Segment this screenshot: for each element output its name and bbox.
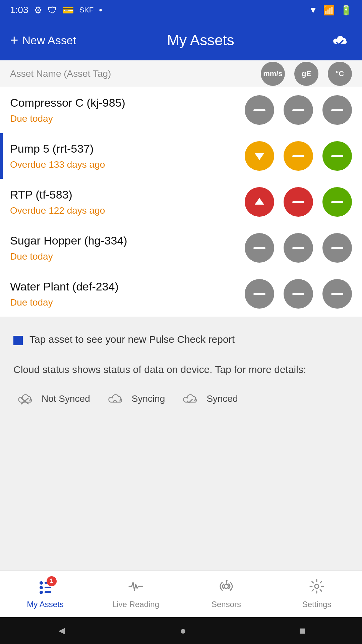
asset-row[interactable]: Compressor C (kj-985)Due today — [0, 87, 362, 133]
indicator-circle — [245, 279, 274, 309]
signal-icon: 📶 — [323, 5, 335, 16]
asset-indicators — [245, 233, 352, 263]
svg-point-19 — [40, 586, 43, 589]
asset-info: Pump 5 (rrt-537)Overdue 133 days ago — [10, 142, 245, 170]
asset-status: Overdue 122 days ago — [10, 205, 245, 216]
cloud-sync-button[interactable] — [325, 30, 352, 50]
status-bar: 1:03 ⚙ 🛡 💳 SKF • ▼ 📶 🔋 — [0, 0, 362, 20]
celsius-badge: °C — [328, 62, 352, 86]
new-asset-label: New Asset — [22, 34, 76, 47]
svg-marker-6 — [255, 198, 264, 205]
asset-status: Due today — [10, 251, 245, 262]
indicator-circle — [284, 233, 313, 263]
legend-synced: Synced — [178, 390, 238, 407]
asset-row[interactable]: Pump 5 (rrt-537)Overdue 133 days ago — [0, 133, 362, 179]
asset-row[interactable]: RTP (tf-583)Overdue 122 days ago — [0, 179, 362, 225]
asset-indicators — [245, 187, 352, 217]
indicator-circle — [245, 95, 274, 125]
asset-status: Due today — [10, 113, 245, 124]
asset-name: Pump 5 (rrt-537) — [10, 142, 245, 155]
nav-settings-label: Settings — [302, 600, 331, 609]
svg-point-21 — [40, 591, 43, 594]
battery-icon: 🔋 — [340, 5, 352, 16]
status-bar-right: ▼ 📶 🔋 — [308, 5, 352, 16]
asset-info: Water Plant (def-234)Due today — [10, 280, 245, 308]
dot-icon: • — [99, 5, 102, 15]
asset-list: Compressor C (kj-985)Due todayPump 5 (rr… — [0, 87, 362, 317]
asset-indicators — [245, 141, 352, 171]
pulse-check-text: Tap asset to see your new Pulse Check re… — [29, 334, 235, 345]
wifi-icon: ▼ — [308, 5, 318, 15]
home-button[interactable]: ● — [180, 625, 186, 637]
not-synced-label: Not Synced — [42, 393, 90, 404]
svg-rect-13 — [292, 293, 304, 295]
svg-point-24 — [315, 584, 319, 588]
gear-icon: ⚙ — [34, 5, 42, 16]
svg-point-23 — [224, 584, 228, 588]
svg-rect-5 — [331, 155, 343, 157]
my-assets-icon: 1 — [38, 579, 53, 597]
mms-badge: mm/s — [261, 62, 285, 86]
indicator-circle — [245, 233, 274, 263]
status-bar-left: 1:03 ⚙ 🛡 💳 SKF • — [10, 5, 102, 16]
svg-marker-3 — [255, 153, 264, 160]
asset-row[interactable]: Water Plant (def-234)Due today — [0, 271, 362, 317]
asset-indicators — [245, 95, 352, 125]
asset-info: RTP (tf-583)Overdue 122 days ago — [10, 188, 245, 216]
app-header: + New Asset My Assets — [0, 20, 362, 60]
blue-indicator-icon — [13, 336, 23, 345]
indicator-circle — [245, 141, 274, 171]
indicator-circle — [322, 187, 352, 217]
svg-rect-20 — [45, 587, 51, 588]
settings-icon — [309, 579, 324, 597]
asset-row[interactable]: Sugar Hopper (hg-334)Due today — [0, 225, 362, 271]
svg-rect-1 — [292, 109, 304, 111]
syncing-label: Syncing — [132, 393, 165, 404]
column-headers: Asset Name (Asset Tag) mm/s gE °C — [0, 60, 362, 87]
indicator-circle — [284, 95, 313, 125]
sensors-icon — [219, 579, 234, 597]
indicator-circle — [322, 95, 352, 125]
unit-badges: mm/s gE °C — [261, 62, 352, 86]
sim-icon: 💳 — [62, 5, 74, 16]
indicator-circle — [284, 279, 313, 309]
nav-live-reading-label: Live Reading — [112, 600, 159, 609]
indicator-circle — [284, 187, 313, 217]
skf-label: SKF — [79, 6, 94, 14]
nav-live-reading[interactable]: Live Reading — [90, 571, 181, 617]
live-reading-icon — [128, 579, 143, 597]
ge-badge: gE — [294, 62, 318, 86]
svg-rect-11 — [331, 247, 343, 249]
asset-info: Compressor C (kj-985)Due today — [10, 96, 245, 124]
time-display: 1:03 — [10, 5, 28, 15]
nav-settings[interactable]: Settings — [272, 571, 362, 617]
svg-rect-14 — [331, 293, 343, 295]
svg-rect-9 — [253, 247, 265, 249]
indicator-circle — [322, 233, 352, 263]
back-button[interactable]: ◄ — [56, 625, 67, 637]
bottom-navigation: 1 My Assets Live Reading Sensors — [0, 570, 362, 617]
svg-rect-4 — [292, 155, 304, 157]
nav-sensors-label: Sensors — [212, 600, 241, 609]
nav-sensors[interactable]: Sensors — [181, 571, 272, 617]
recents-button[interactable]: ■ — [299, 625, 305, 637]
system-navigation: ◄ ● ■ — [0, 617, 362, 644]
cloud-legend: Not Synced Syncing Synced — [13, 390, 349, 407]
assets-badge: 1 — [47, 576, 57, 586]
svg-rect-7 — [292, 201, 304, 203]
asset-name: RTP (tf-583) — [10, 188, 245, 201]
asset-indicators — [245, 279, 352, 309]
indicator-circle — [322, 279, 352, 309]
info-section: Tap asset to see your new Pulse Check re… — [0, 317, 362, 444]
svg-rect-2 — [331, 109, 343, 111]
asset-info: Sugar Hopper (hg-334)Due today — [10, 234, 245, 262]
new-asset-button[interactable]: + New Asset — [10, 32, 76, 48]
svg-rect-10 — [292, 247, 304, 249]
indicator-circle — [245, 187, 274, 217]
asset-status: Due today — [10, 297, 245, 308]
nav-my-assets[interactable]: 1 My Assets — [0, 571, 90, 617]
shield-icon: 🛡 — [48, 5, 57, 16]
plus-icon: + — [10, 32, 18, 48]
asset-name-column-header: Asset Name (Asset Tag) — [10, 68, 261, 79]
svg-point-17 — [40, 581, 43, 585]
